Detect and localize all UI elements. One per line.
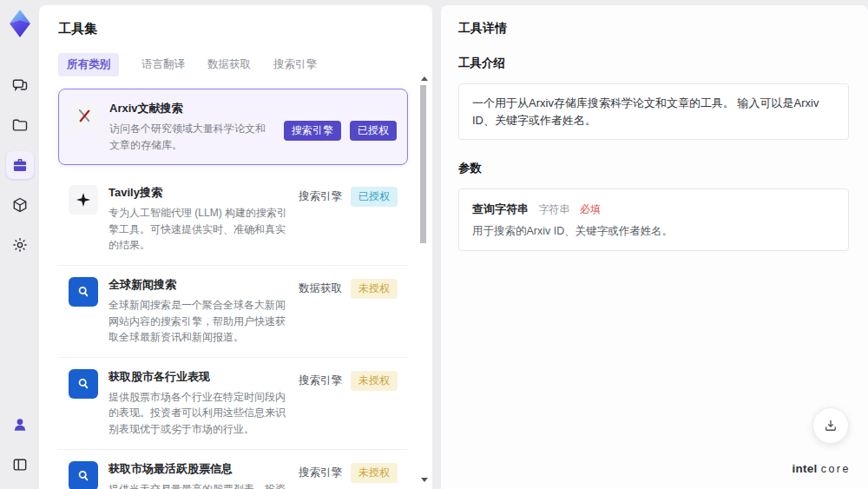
tool-card-text: 获取市场最活跃股票信息 提供当天交易量最高的股票列表。投资者可以利用这些信息来识… <box>108 461 288 489</box>
sidebar-item-files[interactable] <box>6 111 34 139</box>
toolbox-icon <box>11 156 29 174</box>
tool-card-sector-performance[interactable]: 获取股市各行业表现 提供股票市场各个行业在特定时间段内的表现。投资者可以利用这些… <box>58 358 408 450</box>
tool-category-label: 搜索引擎 <box>299 371 342 391</box>
sidebar-item-packages[interactable] <box>6 191 34 219</box>
tool-category-label: 搜索引擎 <box>299 187 342 207</box>
tool-badges: 数据获取 未授权 <box>299 277 398 346</box>
tool-description: 全球新闻搜索是一个聚合全球各大新闻网站内容的搜索引擎，帮助用户快速获取全球最新资… <box>108 297 288 346</box>
tool-name: 获取股市各行业表现 <box>108 369 288 385</box>
scrollbar-thumb[interactable] <box>420 85 426 243</box>
tool-intro-box: 一个用于从Arxiv存储库搜索科学论文和文章的工具。 输入可以是Arxiv ID… <box>458 83 849 140</box>
tool-badges: 搜索引擎 已授权 <box>299 185 398 254</box>
tool-description: 访问各个研究领域大量科学论文和文章的存储库。 <box>109 121 273 153</box>
panel-toggle-icon <box>11 456 29 473</box>
tool-card-most-active-stocks[interactable]: 获取市场最活跃股票信息 提供当天交易量最高的股票列表。投资者可以利用这些信息来识… <box>58 450 408 489</box>
auth-status-badge: 未授权 <box>351 279 398 299</box>
tool-card-text: 获取股市各行业表现 提供股票市场各个行业在特定时间段内的表现。投资者可以利用这些… <box>108 369 288 438</box>
scroll-up-icon[interactable] <box>421 76 428 81</box>
tool-card-global-news[interactable]: 全球新闻搜索 全球新闻搜索是一个聚合全球各大新闻网站内容的搜索引擎，帮助用户快速… <box>58 266 408 358</box>
news-search-icon <box>69 461 98 489</box>
tool-description: 提供当天交易量最高的股票列表。投资者可以利用这些信息来识别流动性强的股票和潜在的… <box>108 481 288 489</box>
sidebar-item-chat[interactable] <box>6 71 34 99</box>
list-scrollbar[interactable] <box>419 71 428 486</box>
parameter-box: 查询字符串 字符串 必填 用于搜索的Arxiv ID、关键字或作者姓名。 <box>458 188 849 251</box>
parameter-type: 字符串 <box>538 203 569 215</box>
sidebar-item-settings[interactable] <box>6 231 34 259</box>
parameter-header: 查询字符串 字符串 必填 <box>472 201 835 217</box>
content-area: 工具集 所有类别 语言翻译 数据获取 搜索引擎 A <box>39 0 868 489</box>
download-icon <box>823 418 838 433</box>
sparkle-icon <box>69 185 98 215</box>
tool-badges: 搜索引擎 未授权 <box>299 369 398 438</box>
tab-language-translation[interactable]: 语言翻译 <box>141 53 185 76</box>
core-wordmark: core <box>821 463 851 475</box>
parameter-name: 查询字符串 <box>472 202 529 215</box>
params-section-title: 参数 <box>458 161 849 176</box>
tool-list-panel: 工具集 所有类别 语言翻译 数据获取 搜索引擎 A <box>39 5 432 489</box>
chat-icon <box>11 76 29 94</box>
sidebar-item-collapse[interactable] <box>6 451 34 479</box>
tool-name: Arxiv文献搜索 <box>109 101 273 116</box>
folder-icon <box>11 116 29 134</box>
tool-badges: 搜索引擎 未授权 <box>299 461 398 489</box>
tool-name: Tavily搜索 <box>108 185 288 201</box>
tool-card-text: 全球新闻搜索 全球新闻搜索是一个聚合全球各大新闻网站内容的搜索引擎，帮助用户快速… <box>108 277 288 346</box>
auth-status-badge: 未授权 <box>351 371 398 391</box>
tool-card-tavily[interactable]: Tavily搜索 专为人工智能代理 (LLM) 构建的搜索引擎工具。可快速提供实… <box>58 174 408 266</box>
download-button[interactable] <box>812 407 849 444</box>
tool-badges: 搜索引擎 已授权 <box>284 101 397 153</box>
tool-description: 提供股票市场各个行业在特定时间段内的表现。投资者可以利用这些信息来识别表现优于或… <box>108 389 288 438</box>
tool-card-arxiv[interactable]: Arxiv文献搜索 访问各个研究领域大量科学论文和文章的存储库。 搜索引擎 已授… <box>58 89 408 165</box>
cube-icon <box>11 196 29 214</box>
tab-all-categories[interactable]: 所有类别 <box>58 53 119 76</box>
tab-data-acquisition[interactable]: 数据获取 <box>207 53 251 76</box>
sidebar-item-tools[interactable] <box>6 151 34 179</box>
tool-name: 全球新闻搜索 <box>108 277 288 293</box>
tool-category-label: 搜索引擎 <box>299 463 342 483</box>
user-icon <box>11 416 29 433</box>
gear-icon <box>11 236 29 254</box>
sidebar-item-account[interactable] <box>6 411 34 439</box>
news-search-icon <box>69 369 98 399</box>
tool-name: 获取市场最活跃股票信息 <box>108 461 288 477</box>
parameter-required-flag: 必填 <box>580 203 601 215</box>
intel-wordmark: intel <box>792 462 817 475</box>
tool-card-text: Tavily搜索 专为人工智能代理 (LLM) 构建的搜索引擎工具。可快速提供实… <box>108 185 288 254</box>
auth-status-badge: 未授权 <box>351 463 398 483</box>
tool-card-text: Arxiv文献搜索 访问各个研究领域大量科学论文和文章的存储库。 <box>109 101 273 153</box>
tool-category-badge: 搜索引擎 <box>284 121 341 141</box>
tool-category-label: 数据获取 <box>299 279 342 299</box>
page-title: 工具集 <box>58 21 411 37</box>
arxiv-icon <box>69 101 99 130</box>
sidebar <box>0 0 39 489</box>
scroll-down-icon[interactable] <box>421 478 428 482</box>
category-tabs: 所有类别 语言翻译 数据获取 搜索引擎 <box>58 53 411 76</box>
auth-status-badge: 已授权 <box>351 187 398 207</box>
news-search-icon <box>69 277 98 307</box>
tab-search-engine[interactable]: 搜索引擎 <box>273 53 317 76</box>
app-window: 工具集 所有类别 语言翻译 数据获取 搜索引擎 A <box>0 0 868 489</box>
app-logo <box>7 9 33 38</box>
auth-status-badge: 已授权 <box>350 121 397 141</box>
details-title: 工具详情 <box>458 21 849 36</box>
parameter-description: 用于搜索的Arxiv ID、关键字或作者姓名。 <box>472 224 835 239</box>
tool-description: 专为人工智能代理 (LLM) 构建的搜索引擎工具。可快速提供实时、准确和真实的结… <box>108 205 288 254</box>
intel-core-logo: intel core <box>792 462 851 475</box>
tool-list: Arxiv文献搜索 访问各个研究领域大量科学论文和文章的存储库。 搜索引擎 已授… <box>58 89 411 489</box>
intro-section-title: 工具介绍 <box>458 56 849 71</box>
tool-details-panel: 工具详情 工具介绍 一个用于从Arxiv存储库搜索科学论文和文章的工具。 输入可… <box>441 5 868 489</box>
